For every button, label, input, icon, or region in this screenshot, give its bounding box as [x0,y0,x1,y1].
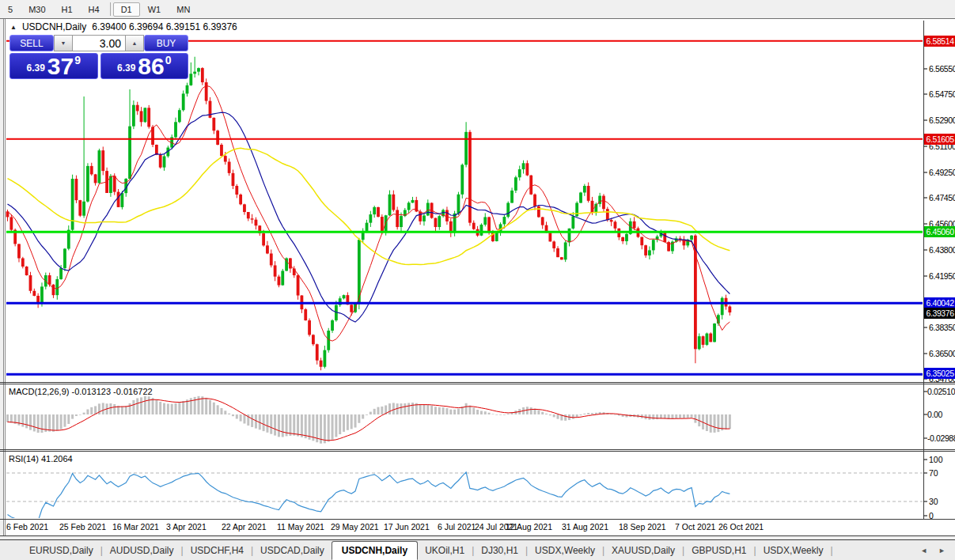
buy-price-big-digits: 86 [138,55,164,77]
price-tick-label: 6.36500 [929,349,955,358]
macd-signal-line [8,399,730,441]
price-level-label: 6.58514 [927,36,955,46]
volume-increase-button[interactable]: ▲ [125,35,144,51]
ma-line-45 [8,148,730,264]
price-level-label: 6.40042 [927,298,955,308]
buy-price-pipette: 0 [165,54,172,66]
sell-price-pipette: 9 [74,54,81,66]
price-tick-label: 6.52900 [929,115,955,125]
price-tick-label: 6.49250 [929,168,955,177]
volume-decrease-button[interactable]: ▼ [54,35,73,51]
date-tick-label: 22 Apr 2021 [222,522,267,532]
macd-axis-label: 0.00 [927,410,942,419]
buy-price-box[interactable]: 6.39 86 0 [100,53,189,79]
date-tick-label: 11 May 2021 [277,522,324,532]
trade-panel-toggle-icon[interactable]: ▲ [10,24,17,31]
date-tick-label: 7 Oct 2021 [675,522,716,532]
macd-axis-label: 0.025108 [927,387,955,396]
chart-canvas[interactable]: 6.565506.547506.529006.511006.492506.474… [0,0,955,560]
rsi-axis-label: 70 [929,468,938,478]
chart-title-bar: ▲ USDCNH,Daily 6.39400 6.39694 6.39151 6… [10,21,237,32]
rsi-axis-label: 0 [929,511,934,520]
chart-symbol-title: USDCNH,Daily [22,21,86,32]
date-tick-label: 18 Sep 2021 [619,522,666,532]
price-level-label: 6.35025 [927,369,955,378]
rsi-axis-label: 30 [929,497,938,506]
date-axis-labels: 6 Feb 202125 Feb 202116 Mar 20213 Apr 20… [6,522,764,532]
price-tick-label: 6.54750 [929,89,955,99]
price-level-label: 6.51605 [927,134,955,144]
date-tick-label: 16 Mar 2021 [112,522,159,532]
chart-ohlc-values: 6.39400 6.39694 6.39151 6.39376 [92,21,237,32]
volume-input[interactable]: 3.00 [73,35,125,51]
one-click-trade-panel: SELL ▼ 3.00 ▲ BUY 6.39 37 9 6.39 86 0 [9,35,188,79]
macd-axis-label: -0.02988 [927,433,955,443]
date-tick-label: 6 Jul 2021 [438,522,476,532]
price-tick-label: 6.43800 [929,245,955,255]
price-level-label: 6.45060 [927,227,955,236]
ma-line-16 [8,112,730,322]
sell-price-box[interactable]: 6.39 37 9 [9,53,98,79]
mt4-window: 5M30H1H4D1W1MN 6.565506.547506.529006.51… [0,0,955,560]
sell-button[interactable]: SELL [9,35,54,51]
rsi-indicator-label: RSI(14) 41.2064 [9,454,73,464]
date-tick-label: 25 Feb 2021 [59,522,106,532]
price-level-label: 6.39376 [927,308,955,318]
price-tick-label: 6.38350 [929,323,955,332]
date-tick-label: 12 Aug 2021 [506,522,552,532]
macd-indicator-label: MACD(12,26,9) -0.013123 -0.016722 [9,387,153,396]
price-axis-labels: 6.565506.547506.529006.511006.492506.474… [924,36,955,520]
price-tick-label: 6.47450 [929,193,955,202]
date-tick-label: 31 Aug 2021 [562,522,608,532]
buy-button[interactable]: BUY [144,35,188,51]
sell-price-prefix: 6.39 [26,62,44,74]
price-tick-label: 6.56550 [929,64,955,74]
window-bottom-strip [0,536,955,539]
date-tick-label: 3 Apr 2021 [166,522,207,532]
date-tick-label: 17 Jun 2021 [384,522,430,532]
date-tick-label: 29 May 2021 [331,522,379,532]
candles [6,57,732,370]
sell-price-big-digits: 37 [47,55,74,77]
date-tick-label: 26 Oct 2021 [718,522,764,532]
buy-price-prefix: 6.39 [117,62,135,74]
rsi-line [8,472,730,521]
price-tick-label: 6.41950 [929,271,955,281]
date-tick-label: 6 Feb 2021 [6,522,48,532]
macd-histogram [6,396,731,444]
rsi-axis-label: 100 [929,455,943,464]
